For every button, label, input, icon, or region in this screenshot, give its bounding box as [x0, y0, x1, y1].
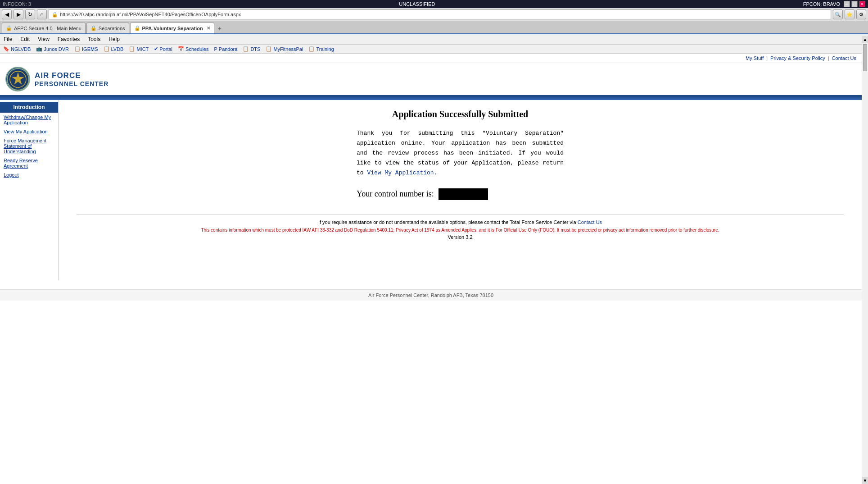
window-controls: ─ □ ✕ — [844, 1, 865, 7]
bookmarks-bar: 🔖 NGLVDB 📺 Junos DVR 📋 IGEMS 📋 LVDB 📋 MI… — [0, 45, 868, 54]
url-input[interactable] — [60, 12, 828, 17]
footer-warning: This contains information which must be … — [77, 228, 844, 233]
bookmark-igems-icon: 📋 — [74, 46, 81, 52]
bookmark-junos[interactable]: 📺 Junos DVR — [35, 46, 70, 52]
sidebar-withdraw[interactable]: Withdraw/Change My Application — [0, 113, 58, 127]
bookmark-pandora-icon: P — [214, 46, 217, 52]
my-stuff-link[interactable]: My Stuff — [746, 55, 764, 61]
tab-ppa-close[interactable]: ✕ — [207, 26, 210, 31]
view-app-link[interactable]: View My Application. — [367, 169, 437, 176]
scrollbar[interactable]: ▲ ▼ — [862, 36, 868, 301]
tab-afpc[interactable]: 🔒 AFPC Secure 4.0 - Main Menu — [2, 23, 86, 33]
title-bar-right: FPCON: BRAVO ─ □ ✕ — [803, 1, 865, 7]
sidebar-ready-reserve[interactable]: Ready Reserve Agreement — [0, 156, 58, 170]
menu-view[interactable]: View — [36, 35, 51, 43]
new-tab-button[interactable]: + — [215, 23, 224, 33]
content-area: Application Successfully Submitted Thank… — [59, 100, 862, 280]
bookmark-pandora[interactable]: P Pandora — [212, 46, 239, 52]
bookmark-myfitnesspal[interactable]: 📋 MyFitnessPal — [264, 46, 304, 52]
bookmark-portal[interactable]: ✔ Portal — [153, 46, 174, 52]
footer-section: If you require assistance or do not unde… — [77, 215, 844, 240]
sidebar-force-mgmt[interactable]: Force Management Statement of Understand… — [0, 136, 58, 156]
favorites-button[interactable]: ⭐ — [845, 9, 854, 19]
top-links: My Stuff | Privacy & Security Policy | C… — [0, 54, 862, 63]
bookmark-dts[interactable]: 📋 DTS — [241, 46, 262, 52]
menu-edit[interactable]: Edit — [18, 35, 32, 43]
bookmark-dts-label: DTS — [250, 46, 260, 52]
body-paragraph: Thank you for submitting this "Voluntary… — [357, 128, 564, 178]
bookmark-schedules-icon: 📅 — [178, 46, 184, 52]
title-bar: INFOCON: 3 UNCLASSIFIED FPCON: BRAVO ─ □… — [0, 0, 868, 8]
bookmark-schedules[interactable]: 📅 Schedules — [176, 46, 210, 52]
tab-separations[interactable]: 🔒 Separations — [86, 23, 129, 33]
sep1: | — [766, 55, 768, 61]
bookmark-lvdb[interactable]: 📋 LVDB — [102, 46, 125, 52]
maximize-button[interactable]: □ — [851, 1, 858, 7]
infocon-label: INFOCON: 3 — [3, 1, 31, 7]
bookmark-training-icon: 📋 — [308, 46, 315, 52]
close-button[interactable]: ✕ — [859, 1, 865, 7]
settings-button[interactable]: ⚙ — [856, 9, 866, 19]
bookmark-nglvdb-label: NGLVDB — [11, 46, 31, 52]
privacy-link[interactable]: Privacy & Security Policy — [770, 55, 825, 61]
tab-ppa[interactable]: 🔒 PPA-Voluntary Separation ✕ — [130, 23, 214, 33]
menu-tools[interactable]: Tools — [86, 35, 102, 43]
bookmark-igems[interactable]: 📋 IGEMS — [73, 46, 99, 52]
back-button[interactable]: ◀ — [2, 9, 12, 19]
page-footer: Air Force Personnel Center, Randolph AFB… — [0, 289, 862, 301]
bookmark-lvdb-label: LVDB — [111, 46, 124, 52]
blue-divider — [0, 96, 862, 100]
afpc-seal: AFPC — [5, 67, 30, 91]
sidebar-logout[interactable]: Logout — [0, 170, 58, 179]
org-line1: AIR FORCE — [35, 71, 108, 80]
contact-link[interactable]: Contact Us — [832, 55, 856, 61]
classification-label: UNCLASSIFIED — [399, 1, 435, 7]
nav-icons: 🔍 ⭐ ⚙ — [833, 9, 866, 19]
fpcon-label: FPCON: BRAVO — [803, 1, 840, 7]
bookmark-nglvdb[interactable]: 🔖 NGLVDB — [2, 46, 32, 52]
bookmark-training-label: Training — [316, 46, 334, 52]
bookmark-pandora-label: Pandora — [219, 46, 238, 52]
bookmark-myfitnesspal-label: MyFitnessPal — [273, 46, 303, 52]
forward-button[interactable]: ▶ — [14, 9, 23, 19]
tab-afpc-label: AFPC Secure 4.0 - Main Menu — [14, 26, 81, 31]
menu-file[interactable]: File — [2, 35, 14, 43]
bookmark-schedules-label: Schedules — [185, 46, 208, 52]
address-bar: 🔒 — [49, 9, 831, 19]
bookmark-portal-icon: ✔ — [154, 46, 158, 52]
assistance-text: If you require assistance or do not unde… — [318, 219, 576, 225]
content-body: Thank you for submitting this "Voluntary… — [357, 128, 564, 201]
control-number-value — [439, 188, 488, 200]
control-number-label: Your control number is: — [357, 187, 434, 201]
control-number-row: Your control number is: — [357, 187, 564, 201]
org-line2: PERSONNEL CENTER — [35, 80, 108, 87]
bookmark-training[interactable]: 📋 Training — [307, 46, 335, 52]
footer-contact-link[interactable]: Contact Us — [578, 219, 602, 225]
search-button[interactable]: 🔍 — [833, 9, 843, 19]
home-button[interactable]: ⌂ — [37, 9, 47, 19]
footer-version: Version 3.2 — [77, 234, 844, 240]
menu-favorites[interactable]: Favorites — [56, 35, 81, 43]
scroll-thumb[interactable] — [863, 44, 867, 71]
page-title: Application Successfully Submitted — [77, 109, 844, 119]
bookmark-junos-label: Junos DVR — [44, 46, 69, 52]
bookmark-mict[interactable]: 📋 MICT — [127, 46, 150, 52]
bookmark-lvdb-icon: 📋 — [104, 46, 110, 52]
tab-ppa-icon: 🔒 — [134, 25, 140, 32]
bookmark-myfitnesspal-icon: 📋 — [266, 46, 272, 52]
lock-icon: 🔒 — [52, 12, 58, 18]
footer-assistance: If you require assistance or do not unde… — [77, 219, 844, 225]
bookmark-nglvdb-icon: 🔖 — [3, 46, 9, 52]
nav-bar: ◀ ▶ ↻ ⌂ 🔒 🔍 ⭐ ⚙ — [0, 8, 868, 21]
tab-sep-icon: 🔒 — [90, 25, 97, 32]
tab-ppa-label: PPA-Voluntary Separation — [142, 26, 203, 31]
minimize-button[interactable]: ─ — [844, 1, 850, 7]
scroll-up-button[interactable]: ▲ — [862, 36, 868, 43]
sidebar-view-app[interactable]: View My Application — [0, 127, 58, 136]
sidebar-header: Introduction — [0, 102, 58, 113]
svg-text:AFPC: AFPC — [15, 87, 20, 89]
refresh-button[interactable]: ↻ — [25, 9, 35, 19]
sep2: | — [828, 55, 829, 61]
bookmark-mict-icon: 📋 — [129, 46, 135, 52]
menu-help[interactable]: Help — [107, 35, 122, 43]
